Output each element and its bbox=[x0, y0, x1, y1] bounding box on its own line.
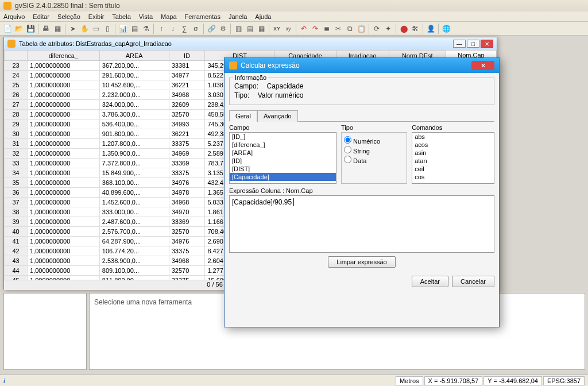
campo-listbox[interactable]: [ID_][diferenca_][AREA][ID][DIST][Capaci… bbox=[229, 132, 336, 184]
campo-item[interactable]: [ID] bbox=[230, 157, 336, 165]
layout-icon[interactable]: ▦ bbox=[52, 24, 63, 34]
redo-icon[interactable]: ↷ bbox=[310, 24, 320, 34]
dialog-title: Calcular expressão bbox=[241, 61, 300, 70]
app-logo-icon bbox=[3, 2, 11, 10]
open-icon[interactable]: 📂 bbox=[14, 24, 24, 34]
app-title: gvSIG 2.4.0.2850 final : Sem título bbox=[15, 2, 120, 10]
chart-icon[interactable]: 📊 bbox=[118, 24, 128, 34]
radio-string[interactable]: String bbox=[344, 146, 404, 155]
campo-item[interactable]: [diferenca_] bbox=[230, 141, 336, 149]
select-icon[interactable]: ▭ bbox=[91, 24, 101, 34]
col-add-icon[interactable]: ▥ bbox=[233, 24, 243, 34]
expression-input[interactable]: [Capacidade]/90.95 bbox=[229, 195, 494, 253]
comandos-listbox[interactable]: absacosasinatanceilcos bbox=[412, 132, 494, 184]
xy-icon[interactable]: XY bbox=[272, 24, 282, 34]
table-icon[interactable]: ▤ bbox=[129, 24, 140, 34]
save-icon[interactable]: 💾 bbox=[25, 24, 36, 34]
menu-mapa[interactable]: Mapa bbox=[161, 13, 177, 20]
info-legend: Informação bbox=[233, 74, 268, 81]
status-y: Y = -3.449.682,04 bbox=[483, 376, 542, 385]
settings-icon[interactable]: ⚙ bbox=[218, 24, 228, 34]
col-rename-icon[interactable]: ▦ bbox=[256, 24, 266, 34]
col-del-icon[interactable]: ▤ bbox=[245, 24, 255, 34]
maximize-button[interactable]: □ bbox=[467, 40, 479, 48]
tab-avancado[interactable]: Avançado bbox=[257, 110, 298, 122]
print-icon[interactable]: 🖶 bbox=[41, 24, 51, 34]
globe-icon[interactable]: 🌐 bbox=[441, 24, 451, 34]
error-icon[interactable]: ⬤ bbox=[399, 24, 409, 34]
campo-label: Campo bbox=[229, 124, 336, 131]
attribute-table-title: Tabela de atributos: DistEstradas_capAgr… bbox=[19, 40, 172, 47]
comando-item[interactable]: asin bbox=[412, 149, 494, 157]
paste-icon[interactable]: 📋 bbox=[356, 24, 366, 34]
comando-item[interactable]: atan bbox=[412, 157, 494, 165]
status-epsg: EPSG:3857 bbox=[543, 376, 585, 385]
dialog-close-button[interactable]: ✕ bbox=[471, 61, 494, 70]
menu-tabela[interactable]: Tabela bbox=[112, 13, 130, 20]
calc-icon[interactable]: ∑ bbox=[179, 24, 189, 34]
menu-ferramentas[interactable]: Ferramentas bbox=[185, 13, 220, 20]
deselect-icon[interactable]: ▯ bbox=[102, 24, 113, 34]
comando-item[interactable]: abs bbox=[412, 133, 494, 141]
spark-icon[interactable]: ✦ bbox=[383, 24, 393, 34]
column-header[interactable]: ID bbox=[169, 51, 205, 61]
link-icon[interactable]: 🔗 bbox=[206, 24, 216, 34]
refresh-icon[interactable]: ⟳ bbox=[372, 24, 382, 34]
cursor-icon[interactable]: ➤ bbox=[68, 24, 78, 34]
hint-text: Selecione uma nova ferramenta bbox=[94, 298, 192, 306]
sort-desc-icon[interactable]: ↓ bbox=[168, 24, 178, 34]
menu-ajuda[interactable]: Ajuda bbox=[255, 13, 271, 20]
campo-item[interactable]: [Capacidade] bbox=[230, 173, 336, 181]
undo-icon[interactable]: ↶ bbox=[299, 24, 309, 34]
menubar: Arquivo Editar Seleção Exibir Tabela Vis… bbox=[0, 11, 588, 22]
filter-icon[interactable]: ⚗ bbox=[141, 24, 151, 34]
campo-item[interactable]: [DIST] bbox=[230, 165, 336, 173]
tipo-radio-group: Numérico String Data bbox=[341, 132, 407, 184]
dialog-logo-icon bbox=[229, 61, 237, 70]
info-icon[interactable]: i bbox=[3, 377, 5, 384]
user-icon[interactable]: 👤 bbox=[425, 24, 436, 34]
menu-vista[interactable]: Vista bbox=[139, 13, 153, 20]
column-header[interactable]: diferenca_ bbox=[28, 51, 100, 61]
history-icon[interactable]: ≣ bbox=[322, 24, 332, 34]
cancel-button[interactable]: Cancelar bbox=[452, 276, 494, 287]
calc-expression-dialog: Calcular expressão ✕ Informação Campo: C… bbox=[224, 57, 500, 327]
comando-item[interactable]: cos bbox=[412, 173, 494, 181]
clear-expression-button[interactable]: Limpar expressão bbox=[328, 256, 395, 268]
radio-data[interactable]: Data bbox=[344, 156, 404, 164]
xy2-icon[interactable]: xy bbox=[283, 24, 293, 34]
menu-selecao[interactable]: Seleção bbox=[57, 13, 80, 20]
menu-arquivo[interactable]: Arquivo bbox=[3, 13, 25, 20]
accept-button[interactable]: Aceitar bbox=[412, 276, 448, 287]
comando-item[interactable]: acos bbox=[412, 141, 494, 149]
stats-icon[interactable]: σ bbox=[191, 24, 201, 34]
app-titlebar: gvSIG 2.4.0.2850 final : Sem título bbox=[0, 0, 588, 11]
new-icon[interactable]: 📄 bbox=[2, 24, 13, 34]
radio-numerico[interactable]: Numérico bbox=[344, 136, 404, 145]
tab-geral[interactable]: Geral bbox=[229, 110, 257, 122]
toolbar: 📄 📂 💾 🖶 ▦ ➤ ✋ ▭ ▯ 📊 ▤ ⚗ ↑ ↓ ∑ σ 🔗 ⚙ ▥ ▤ … bbox=[0, 22, 588, 36]
campo-item[interactable]: [AREA] bbox=[230, 149, 336, 157]
attribute-table-titlebar[interactable]: Tabela de atributos: DistEstradas_capAgr… bbox=[4, 37, 497, 50]
status-x: X = -5.919.708,57 bbox=[424, 376, 483, 385]
info-tipo-value: Valor numérico bbox=[258, 91, 304, 99]
window-logo-icon bbox=[7, 40, 16, 48]
dialog-titlebar[interactable]: Calcular expressão ✕ bbox=[225, 58, 499, 73]
minimize-button[interactable]: — bbox=[453, 40, 466, 48]
menu-janela[interactable]: Janela bbox=[229, 13, 247, 20]
tools-icon[interactable]: 🛠 bbox=[410, 24, 420, 34]
menu-editar[interactable]: Editar bbox=[33, 13, 49, 20]
info-campo-value: Capacidade bbox=[266, 82, 303, 90]
copy-icon[interactable]: ⧉ bbox=[345, 24, 355, 34]
close-button[interactable]: ✕ bbox=[481, 40, 493, 48]
campo-item[interactable]: [ID_] bbox=[230, 133, 336, 141]
column-header[interactable]: AREA bbox=[99, 51, 169, 61]
status-units: Metros bbox=[396, 376, 423, 385]
comando-item[interactable]: ceil bbox=[412, 165, 494, 173]
sort-asc-icon[interactable]: ↑ bbox=[156, 24, 167, 34]
cut-icon[interactable]: ✂ bbox=[333, 24, 343, 34]
hand-icon[interactable]: ✋ bbox=[79, 24, 90, 34]
dialog-tabs: Geral Avançado bbox=[229, 110, 494, 122]
menu-exibir[interactable]: Exibir bbox=[88, 13, 105, 20]
column-header[interactable] bbox=[5, 51, 28, 61]
